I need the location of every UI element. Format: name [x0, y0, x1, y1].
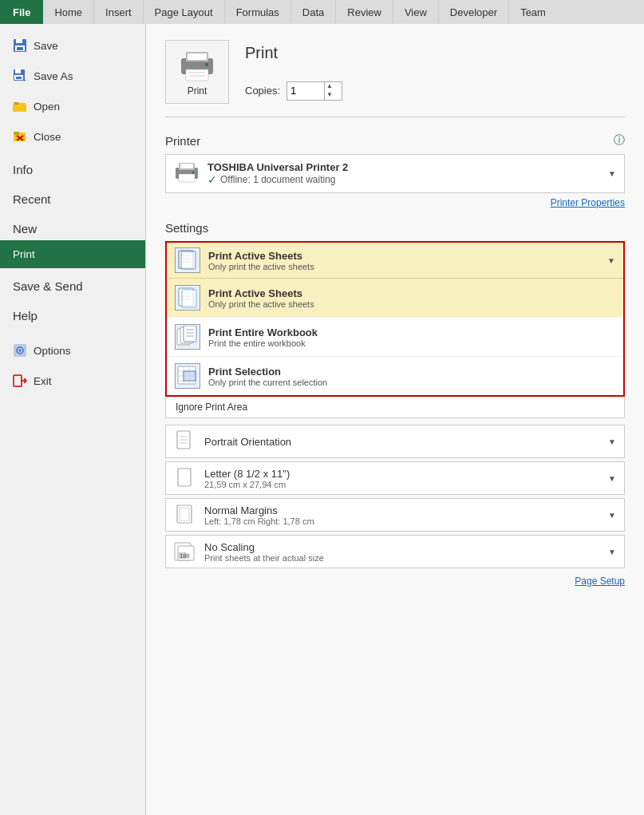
print-button-label[interactable]: Print [188, 85, 207, 97]
tab-view[interactable]: View [393, 0, 439, 24]
printer-section-title: Printer [165, 134, 200, 148]
svg-rect-23 [186, 69, 208, 81]
tab-file[interactable]: File [0, 0, 43, 24]
margins-text: Normal Margins Left: 1,78 cm Right: 1,78… [204, 504, 600, 526]
printer-properties-anchor[interactable]: Printer Properties [551, 197, 625, 208]
tab-insert[interactable]: Insert [94, 0, 144, 24]
printer-status: ✓ Offline: 1 document waiting [207, 173, 600, 186]
info-icon[interactable]: ⓘ [614, 133, 625, 148]
print-title: Print [245, 44, 342, 62]
option-text-workbook: Print Entire Workbook Print the entire w… [208, 326, 318, 348]
sidebar-item-save-send[interactable]: Save & Send [0, 268, 145, 298]
option-text-active: Print Active Sheets Only print the activ… [208, 287, 314, 309]
sidebar-item-help[interactable]: Help [0, 298, 145, 327]
svg-point-18 [19, 350, 22, 352]
scaling-icon: 100 [174, 540, 196, 563]
tab-formulas[interactable]: Formulas [225, 0, 291, 24]
tab-team[interactable]: Team [509, 0, 557, 24]
dropdown-header[interactable]: Print Active Sheets Only print the activ… [167, 243, 623, 279]
copies-input[interactable] [287, 83, 324, 98]
scaling-dropdown[interactable]: 100 No Scaling Print sheets at their act… [165, 535, 625, 568]
save-icon [13, 38, 27, 53]
sidebar-item-new[interactable]: New [0, 211, 145, 240]
copies-section: Print Copies: ▲ ▼ [245, 44, 342, 101]
printer-dropdown-icon [174, 160, 200, 188]
option-text-selection: Print Selection Only print the current s… [208, 366, 327, 387]
sidebar-item-open[interactable]: Open [0, 91, 145, 121]
option-icon-workbook [175, 324, 200, 350]
content-area: Print Print Copies: ▲ ▼ [146, 24, 644, 815]
tab-developer[interactable]: Developer [439, 0, 509, 24]
paper-dropdown[interactable]: Letter (8 1/2 x 11") 21,59 cm x 27,94 cm… [165, 461, 625, 495]
page-setup-anchor[interactable]: Page Setup [575, 576, 625, 587]
orientation-arrow: ▼ [608, 437, 616, 446]
sidebar-item-options[interactable]: Options [0, 335, 145, 366]
exit-icon [13, 374, 27, 388]
open-icon [13, 99, 27, 113]
printer-name: TOSHIBA Universal Printer 2 [207, 161, 600, 173]
close-icon [13, 129, 27, 144]
svg-rect-44 [182, 290, 196, 307]
printer-info: TOSHIBA Universal Printer 2 ✓ Offline: 1… [207, 161, 600, 186]
svg-rect-24 [188, 53, 207, 60]
copies-label: Copies: [245, 85, 280, 97]
paper-icon [174, 467, 196, 489]
svg-text:+: + [22, 77, 26, 83]
orientation-icon [174, 430, 196, 453]
printer-section-header: Printer ⓘ [165, 133, 625, 148]
sidebar-item-recent[interactable]: Recent [0, 181, 145, 211]
printer-dropdown-arrow: ▼ [608, 169, 616, 178]
svg-rect-7 [16, 77, 22, 79]
dropdown-header-icon [175, 247, 200, 273]
main-layout: Save + Save As [0, 24, 644, 815]
option-print-selection[interactable]: Print Selection Only print the current s… [167, 357, 623, 395]
option-icon-selection [175, 363, 200, 389]
print-icon [178, 47, 216, 82]
page-setup-link: Page Setup [165, 575, 625, 587]
margins-icon [174, 504, 196, 526]
svg-rect-47 [184, 326, 196, 342]
tab-review[interactable]: Review [336, 0, 393, 24]
printer-properties-link: Printer Properties [165, 196, 625, 208]
svg-rect-38 [181, 251, 196, 269]
copies-decrement[interactable]: ▼ [325, 91, 334, 100]
copies-increment[interactable]: ▲ [325, 82, 334, 91]
svg-point-32 [192, 172, 195, 174]
option-print-workbook[interactable]: Print Entire Workbook Print the entire w… [167, 318, 623, 357]
option-print-active-sheets[interactable]: Print Active Sheets Only print the activ… [167, 279, 623, 318]
print-header: Print Print Copies: ▲ ▼ [165, 40, 625, 117]
svg-text:100: 100 [180, 553, 190, 560]
sidebar-item-print[interactable]: Print [0, 240, 145, 268]
sidebar-item-exit[interactable]: Exit [0, 366, 145, 396]
sidebar-item-info[interactable]: Info [0, 152, 145, 181]
svg-rect-57 [184, 371, 196, 381]
sidebar-item-close[interactable]: Close [0, 121, 145, 152]
ribbon-tabs: File Home Insert Page Layout Formulas Da… [0, 0, 644, 24]
settings-title: Settings [165, 221, 625, 235]
printer-dropdown[interactable]: TOSHIBA Universal Printer 2 ✓ Offline: 1… [165, 154, 625, 193]
margins-dropdown[interactable]: Normal Margins Left: 1,78 cm Right: 1,78… [165, 498, 625, 532]
paper-arrow: ▼ [608, 474, 616, 483]
options-icon [13, 343, 27, 358]
settings-section: Settings [165, 221, 625, 587]
svg-rect-1 [16, 39, 22, 43]
scaling-arrow: ▼ [608, 548, 616, 556]
print-icon-box[interactable]: Print [165, 40, 229, 104]
print-scope-dropdown[interactable]: Print Active Sheets Only print the activ… [165, 241, 625, 397]
svg-rect-5 [15, 69, 21, 73]
tab-page-layout[interactable]: Page Layout [144, 0, 225, 24]
dropdown-arrow: ▼ [607, 256, 615, 265]
copies-spinner: ▲ ▼ [324, 82, 334, 100]
svg-rect-13 [14, 132, 19, 135]
status-dot: ✓ [207, 173, 217, 186]
ignore-print-area[interactable]: Ignore Print Area [165, 397, 625, 418]
tab-data[interactable]: Data [291, 0, 336, 24]
margins-arrow: ▼ [608, 511, 616, 520]
tab-home[interactable]: Home [43, 0, 94, 24]
sidebar-item-save-as[interactable]: + Save As [0, 61, 145, 91]
svg-rect-31 [180, 164, 193, 168]
orientation-dropdown[interactable]: Portrait Orientation ▼ [165, 425, 625, 458]
option-icon-active [175, 285, 200, 311]
svg-rect-3 [17, 47, 23, 50]
sidebar-item-save[interactable]: Save [0, 30, 145, 61]
